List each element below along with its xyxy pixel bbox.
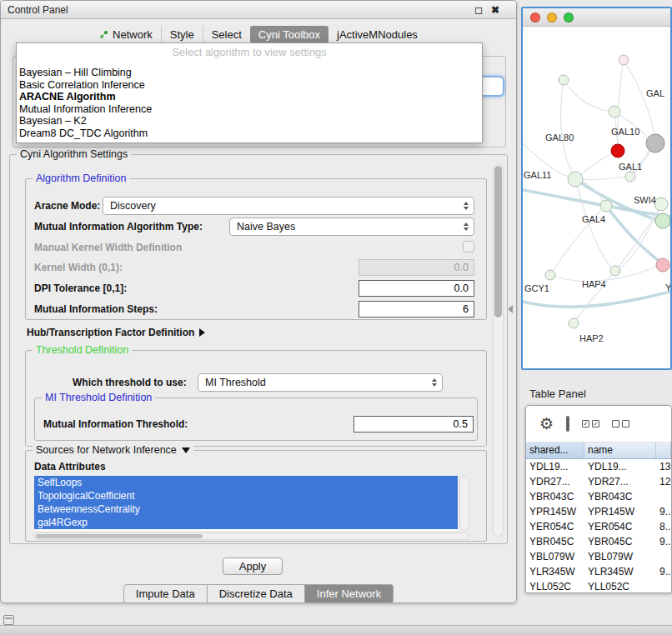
network-node-pink[interactable] [656,258,669,272]
aracne-mode-value: Discovery [110,200,156,212]
tab-impute-data[interactable]: Impute Data [123,584,208,603]
table-cell: YLL052C [584,579,656,593]
tab-style[interactable]: Style [161,26,203,43]
attribute-list-item[interactable]: gal4RGexp [34,516,458,529]
table-row[interactable]: YLL052C YLL052C [526,579,671,593]
attribute-list-item[interactable]: TopologicalCoefficient [34,489,458,502]
attribute-list-item[interactable]: SelfLoops [34,476,458,489]
tab-network[interactable]: Network [91,26,161,43]
mi-threshold-input[interactable]: 0.5 [354,416,474,432]
network-node-red[interactable] [611,144,624,158]
table-cell: YBR043C [526,489,584,504]
attribute-list-hscrollbar[interactable] [34,532,469,540]
table-cell: YLR345W [526,564,584,579]
deselect-all-button[interactable] [612,420,629,428]
which-threshold-select[interactable]: MI Threshold [198,373,443,392]
node-label: GAL4 [582,214,605,224]
table-row[interactable]: YBR045C YBR045C 9... [526,534,671,549]
network-node[interactable] [619,55,629,65]
network-node[interactable] [609,106,620,118]
sources-header[interactable]: Sources for Network Inference [33,444,193,456]
tab-infer-network[interactable]: Infer Network [305,584,394,603]
tab-select[interactable]: Select [203,26,250,43]
table-cell: YER054C [526,519,584,534]
table-row[interactable]: YBR043C YBR043C [526,489,671,504]
mi-algorithm-type-select[interactable]: Naive Bayes [229,218,474,236]
node-label: GAL1 [619,162,642,172]
table-row[interactable]: YDR27... YDR27... 12... [526,474,671,489]
table-cell [656,489,671,504]
select-all-button[interactable]: ✓ ✓ [582,420,599,428]
hub-section-label: Hub/Transcription Factor Definition [27,327,194,338]
manual-kernel-label: Manual Kernel Width Definition [34,242,182,253]
algorithm-option[interactable]: Basic Correlation Inference [17,79,482,92]
network-node[interactable] [625,172,635,182]
traffic-light-minimize[interactable] [547,12,557,22]
aracne-mode-select[interactable]: Discovery [103,197,474,215]
kernel-width-label: Kernel Width (0,1): [34,262,123,273]
network-node[interactable] [654,198,668,211]
apply-button[interactable]: Apply [223,558,283,575]
algorithm-option[interactable]: Bayesian – K2 [17,115,482,128]
control-panel-titlebar: Control Panel ◻ ✖ [1,1,516,19]
network-node[interactable] [610,266,620,276]
network-node-gray[interactable] [646,134,664,152]
collapsed-panel-icon[interactable] [3,615,14,625]
tab-cyni-toolbox[interactable]: Cyni Toolbox [250,26,328,43]
column-header-name[interactable]: name [584,442,656,458]
table-cell: YBL079W [526,549,584,564]
tab-label: jActiveMNodules [337,28,418,41]
network-graph[interactable]: GAL GAL80 GAL10 GAL11 GAL1 SWI4 GAL4 GCY… [523,27,670,368]
traffic-light-zoom[interactable] [564,12,574,22]
tab-jactivemnodules[interactable]: jActiveMNodules [328,26,426,43]
hub-section-toggle[interactable]: Hub/Transcription Factor Definition [27,327,205,338]
algorithm-option-selected[interactable]: ARACNE Algorithm [17,91,482,103]
table-row[interactable]: YBL079W YBL079W [526,549,671,564]
settings-group-title: Cyni Algorithm Settings [17,148,131,160]
column-header[interactable] [656,442,671,458]
network-node[interactable] [600,200,612,212]
network-node[interactable] [568,172,583,187]
sources-group: Sources for Network Inference Data Attri… [25,450,487,542]
table-row[interactable]: YDL19... YDL19... 13... [526,459,671,474]
close-icon[interactable]: ✖ [491,5,499,15]
traffic-light-close[interactable] [530,12,540,22]
mi-threshold-definition-title: MI Threshold Definition [42,392,155,403]
unchecked-box-icon [622,420,629,428]
network-node[interactable] [655,213,670,228]
table-options-button[interactable]: ⚙ [539,416,554,432]
algorithm-option[interactable]: Dream8 DC_TDC Algorithm [17,128,482,140]
combo-arrows-icon [464,202,469,210]
dpi-tolerance-input[interactable]: 0.0 [359,280,474,297]
attribute-list-hscrollbar-thumb[interactable] [36,534,203,538]
mi-algorithm-type-value: Naive Bayes [237,221,295,232]
column-header-shared-name[interactable]: shared... [526,442,584,458]
threshold-definition-group: Threshold Definition Which threshold to … [25,350,487,447]
mi-steps-input[interactable]: 6 [359,301,474,318]
chevron-down-icon [182,448,190,453]
combo-arrows-icon [432,378,437,387]
table-row[interactable]: YER054C YER054C 8... [526,519,671,534]
table-row[interactable]: YLR345W YLR345W 9... [526,564,671,579]
tab-discretize-data[interactable]: Discretize Data [208,584,305,603]
network-node[interactable] [559,75,569,85]
tab-label: Select [212,28,242,41]
attribute-list-scrollbar[interactable] [459,476,469,531]
network-node[interactable] [569,318,579,328]
network-icon [99,30,108,39]
control-panel-window: Control Panel ◻ ✖ Network Style Select C… [0,0,517,603]
algorithm-option[interactable]: Bayesian – Hill Climbing [17,67,482,79]
algorithm-option[interactable]: Mutual Information Inference [17,103,482,116]
table-cell [656,579,671,593]
table-cell [656,549,671,564]
splitter-collapse-arrow[interactable] [508,305,513,313]
network-node[interactable] [545,270,555,280]
aracne-mode-label: Aracne Mode: [34,200,100,212]
settings-scrollbar-thumb[interactable] [494,166,502,318]
table-row[interactable]: YPR145W YPR145W 9... [526,504,671,519]
float-window-icon[interactable]: ◻ [474,5,483,15]
tab-label: Cyni Toolbox [258,28,320,41]
attribute-list-item[interactable]: BetweennessCentrality [34,502,458,516]
settings-scrollbar[interactable] [493,163,504,537]
show-columns-button[interactable] [566,418,569,430]
